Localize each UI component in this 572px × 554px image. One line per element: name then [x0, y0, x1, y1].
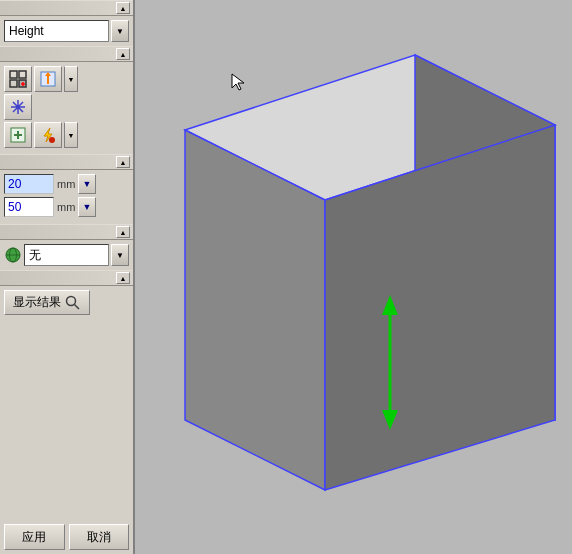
- height-dropdown[interactable]: Height: [4, 20, 109, 42]
- material-row: 无 ▼: [4, 244, 129, 266]
- svg-point-18: [49, 137, 55, 143]
- collapse-icon-2: ▲: [120, 159, 127, 166]
- array-tool-btn[interactable]: [4, 66, 32, 92]
- globe-svg: [5, 247, 21, 263]
- height-dropdown-section: Height ▼: [0, 16, 133, 46]
- toolbar-row3-dropdown-btn[interactable]: ▼: [64, 122, 78, 148]
- star-tool-btn[interactable]: [4, 94, 32, 120]
- section-divider-2: ▲: [0, 154, 133, 170]
- svg-rect-2: [10, 80, 17, 87]
- bottom-buttons-section: 应用 取消: [0, 516, 133, 554]
- section-collapse-btn-3[interactable]: ▲: [116, 226, 130, 238]
- svg-rect-1: [19, 71, 26, 78]
- value-down-icon-2: ▼: [83, 202, 92, 212]
- collapse-icon-1: ▲: [120, 51, 127, 58]
- material-dropdown[interactable]: 无: [24, 244, 109, 266]
- toolbar-row-2: [4, 94, 129, 120]
- collapse-icon-4: ▲: [120, 275, 127, 282]
- value-down-btn-1[interactable]: ▼: [78, 174, 96, 194]
- value-down-icon-1: ▼: [83, 179, 92, 189]
- show-results-btn[interactable]: 显示结果: [4, 290, 90, 315]
- section-divider-1: ▲: [0, 46, 133, 62]
- 3d-shape-canvas: [135, 0, 572, 554]
- toolbar-row-3: ▼: [4, 122, 129, 148]
- value-row-1: mm ▼: [4, 174, 129, 194]
- collapse-icon-3: ▲: [120, 229, 127, 236]
- toolbar-row3-arrow-icon: ▼: [68, 132, 75, 139]
- material-arrow-icon: ▼: [116, 251, 124, 260]
- search-icon: [65, 295, 81, 311]
- direction-icon: [39, 70, 57, 88]
- left-panel: ▲ Height ▼ ▲: [0, 0, 135, 554]
- lightning-icon: [39, 126, 57, 144]
- unit-label-1: mm: [57, 178, 75, 190]
- toolbar-row1-arrow-icon: ▼: [68, 76, 75, 83]
- canvas-area: [135, 0, 572, 554]
- show-results-label: 显示结果: [13, 294, 61, 311]
- scroll-up-btn[interactable]: ▲: [116, 2, 130, 14]
- toolbar-row-1: ▼: [4, 66, 129, 92]
- height-dropdown-arrow-btn[interactable]: ▼: [111, 20, 129, 42]
- material-globe-icon: [4, 246, 22, 264]
- svg-rect-0: [10, 71, 17, 78]
- scroll-up-icon: ▲: [120, 5, 127, 12]
- section-collapse-btn-4[interactable]: ▲: [116, 272, 130, 284]
- results-section: 显示结果: [0, 286, 133, 319]
- value-input-2[interactable]: [4, 197, 54, 217]
- add-icon: [9, 126, 27, 144]
- height-dropdown-row: Height ▼: [4, 20, 129, 42]
- value-down-btn-2[interactable]: ▼: [78, 197, 96, 217]
- toolbar-row1-dropdown-btn[interactable]: ▼: [64, 66, 78, 92]
- value-row-2: mm ▼: [4, 197, 129, 217]
- top-scroll-header: ▲: [0, 0, 133, 16]
- star-icon: [9, 98, 27, 116]
- add-tool-btn[interactable]: [4, 122, 32, 148]
- toolbar-section: ▼: [0, 62, 133, 154]
- svg-point-22: [67, 296, 76, 305]
- value-input-1[interactable]: [4, 174, 54, 194]
- array-icon: [9, 70, 27, 88]
- svg-line-23: [75, 304, 80, 309]
- dropdown-arrow-icon: ▼: [116, 27, 124, 36]
- section-collapse-btn-2[interactable]: ▲: [116, 156, 130, 168]
- values-section: mm ▼ mm ▼: [0, 170, 133, 224]
- lightning-tool-btn[interactable]: [34, 122, 62, 148]
- unit-label-2: mm: [57, 201, 75, 213]
- section-divider-4: ▲: [0, 270, 133, 286]
- material-section: 无 ▼: [0, 240, 133, 270]
- cancel-btn[interactable]: 取消: [69, 524, 130, 550]
- svg-point-13: [16, 105, 20, 109]
- section-collapse-btn-1[interactable]: ▲: [116, 48, 130, 60]
- section-divider-3: ▲: [0, 224, 133, 240]
- material-dropdown-arrow-btn[interactable]: ▼: [111, 244, 129, 266]
- main-container: ▲ Height ▼ ▲: [0, 0, 572, 554]
- direction-tool-btn[interactable]: [34, 66, 62, 92]
- apply-btn[interactable]: 应用: [4, 524, 65, 550]
